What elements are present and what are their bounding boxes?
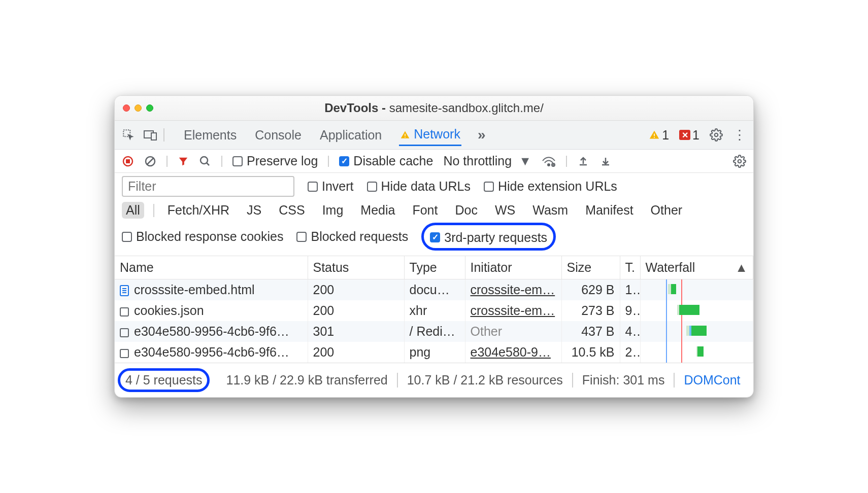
- search-icon[interactable]: [199, 155, 211, 167]
- third-party-highlight: 3rd-party requests: [421, 223, 556, 251]
- status-requests: 4 / 5 requests: [125, 373, 202, 387]
- third-party-checkbox[interactable]: 3rd-party requests: [430, 230, 547, 245]
- maximize-icon[interactable]: [146, 104, 153, 112]
- more-tabs-icon[interactable]: »: [478, 127, 486, 143]
- network-conditions-icon[interactable]: [542, 156, 556, 167]
- cell-time: 1..: [620, 279, 640, 300]
- type-other[interactable]: Other: [647, 202, 687, 219]
- devtools-window: DevTools - samesite-sandbox.glitch.me/ E…: [114, 95, 754, 398]
- document-icon: [120, 285, 129, 296]
- options-row: Blocked response cookies Blocked request…: [115, 222, 753, 256]
- blocked-requests-checkbox[interactable]: Blocked requests: [296, 229, 408, 244]
- panel-tabstrip: Elements Console Application Network » 1…: [115, 121, 753, 150]
- throttling-value: No throttling: [443, 154, 512, 168]
- settings-icon[interactable]: [710, 128, 723, 142]
- window-title: DevTools - samesite-sandbox.glitch.me/: [153, 101, 715, 115]
- col-initiator[interactable]: Initiator: [465, 256, 561, 279]
- type-media[interactable]: Media: [356, 202, 399, 219]
- cell-waterfall: [640, 279, 753, 300]
- filter-icon[interactable]: [178, 156, 189, 167]
- err-count: 1: [692, 128, 699, 143]
- table-row[interactable]: e304e580-9956-4cb6-9f6…301/ Redi…Other43…: [115, 321, 753, 342]
- inspect-icon[interactable]: [122, 128, 135, 142]
- col-status[interactable]: Status: [308, 256, 404, 279]
- type-css[interactable]: CSS: [275, 202, 309, 219]
- svg-rect-6: [654, 137, 655, 138]
- type-js[interactable]: JS: [243, 202, 265, 219]
- blocked-cookies-checkbox[interactable]: Blocked response cookies: [122, 229, 283, 244]
- cell-status: 200: [308, 342, 404, 363]
- status-resources: 10.7 kB / 21.2 kB resources: [398, 373, 573, 388]
- type-doc[interactable]: Doc: [451, 202, 481, 219]
- close-icon[interactable]: [123, 104, 130, 112]
- cell-initiator[interactable]: crosssite-em…: [465, 300, 561, 321]
- cell-time: 4..: [620, 321, 640, 342]
- svg-line-13: [207, 163, 209, 165]
- kebab-icon[interactable]: ⋮: [733, 127, 746, 143]
- invert-checkbox[interactable]: Invert: [308, 179, 354, 194]
- type-all[interactable]: All: [122, 202, 144, 219]
- network-toolbar: Preserve log Disable cache No throttling…: [115, 150, 753, 173]
- title-prefix: DevTools -: [324, 101, 389, 115]
- network-settings-icon[interactable]: [733, 155, 746, 168]
- errors-badge[interactable]: ✕ 1: [679, 128, 699, 143]
- throttling-select[interactable]: No throttling ▼: [443, 154, 531, 168]
- tab-console[interactable]: Console: [254, 125, 303, 146]
- disable-cache-checkbox[interactable]: Disable cache: [339, 154, 433, 168]
- cell-name: crosssite-embed.html: [115, 279, 308, 300]
- device-toggle-icon[interactable]: [143, 129, 158, 141]
- record-icon[interactable]: [122, 155, 134, 167]
- title-path: samesite-sandbox.glitch.me/: [389, 101, 544, 115]
- col-name[interactable]: Name: [115, 256, 308, 279]
- export-har-icon[interactable]: [577, 155, 589, 167]
- cell-name: e304e580-9956-4cb6-9f6…: [115, 321, 308, 342]
- cell-time: 2..: [620, 342, 640, 363]
- hide-extension-urls-checkbox[interactable]: Hide extension URLs: [484, 179, 617, 194]
- type-font[interactable]: Font: [408, 202, 442, 219]
- status-finish: Finish: 301 ms: [573, 373, 675, 388]
- table-row[interactable]: crosssite-embed.html200docu…crosssite-em…: [115, 279, 753, 300]
- type-img[interactable]: Img: [318, 202, 348, 219]
- error-icon: ✕: [679, 130, 690, 140]
- tab-network[interactable]: Network: [399, 124, 461, 146]
- cell-name: e304e580-9956-4cb6-9f6…: [115, 342, 308, 363]
- requests-highlight: 4 / 5 requests: [118, 368, 210, 392]
- type-manifest[interactable]: Manifest: [581, 202, 637, 219]
- svg-point-12: [201, 157, 208, 164]
- preserve-log-checkbox[interactable]: Preserve log: [232, 154, 318, 168]
- col-time[interactable]: T.: [620, 256, 640, 279]
- type-fetch[interactable]: Fetch/XHR: [163, 202, 233, 219]
- cell-type: png: [404, 342, 465, 363]
- col-type[interactable]: Type: [404, 256, 465, 279]
- clear-icon[interactable]: [144, 155, 156, 167]
- cell-status: 301: [308, 321, 404, 342]
- status-domcontentloaded: DOMCont: [675, 373, 749, 388]
- hide-data-urls-checkbox[interactable]: Hide data URLs: [367, 179, 471, 194]
- cell-initiator[interactable]: e304e580-9…: [465, 342, 561, 363]
- type-filter-row: All Fetch/XHR JS CSS Img Media Font Doc …: [115, 200, 753, 222]
- cell-size: 629 B: [561, 279, 620, 300]
- cell-initiator[interactable]: Other: [465, 321, 561, 342]
- filter-input[interactable]: [122, 176, 294, 197]
- type-wasm[interactable]: Wasm: [528, 202, 572, 219]
- table-row[interactable]: cookies.json200xhrcrosssite-em…273 B9..: [115, 300, 753, 321]
- cell-initiator[interactable]: crosssite-em…: [465, 279, 561, 300]
- type-ws[interactable]: WS: [491, 202, 519, 219]
- col-waterfall[interactable]: Waterfall: [640, 256, 753, 279]
- table-row[interactable]: e304e580-9956-4cb6-9f6…200pnge304e580-9……: [115, 342, 753, 363]
- warn-count: 1: [662, 128, 669, 143]
- col-size[interactable]: Size: [561, 256, 620, 279]
- import-har-icon[interactable]: [599, 155, 612, 167]
- traffic-lights: [123, 104, 153, 112]
- tab-elements[interactable]: Elements: [183, 125, 238, 146]
- cell-waterfall: [640, 321, 753, 342]
- tab-application[interactable]: Application: [319, 125, 383, 146]
- svg-rect-2: [151, 133, 156, 140]
- warnings-badge[interactable]: 1: [649, 128, 669, 143]
- svg-line-11: [147, 158, 154, 165]
- chevron-down-icon: ▼: [519, 154, 531, 168]
- minimize-icon[interactable]: [135, 104, 142, 112]
- cell-name: cookies.json: [115, 300, 308, 321]
- cell-size: 10.5 kB: [561, 342, 620, 363]
- cell-status: 200: [308, 300, 404, 321]
